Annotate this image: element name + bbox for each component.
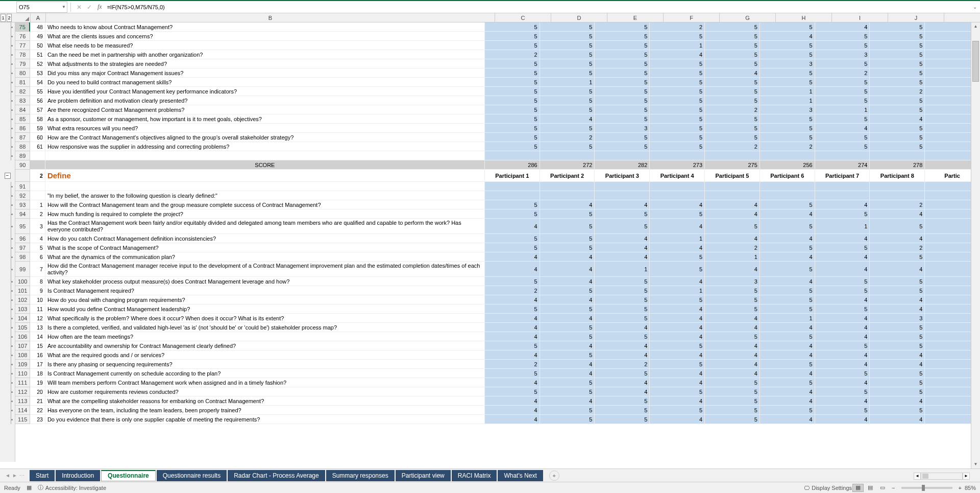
hscroll-left-icon[interactable]: ◄ [914, 473, 921, 480]
cell[interactable]: 5 [595, 114, 650, 124]
cell[interactable]: 5 [485, 96, 540, 105]
cell[interactable]: 5 [540, 350, 595, 360]
cell[interactable]: 61 [30, 142, 45, 151]
cell[interactable]: 5 [595, 314, 650, 323]
cell[interactable]: 5 [595, 369, 650, 378]
cell[interactable]: 4 [705, 360, 760, 369]
cell[interactable]: 5 [650, 68, 705, 78]
cell[interactable]: 3 [595, 124, 650, 133]
cell[interactable] [30, 151, 45, 160]
cell[interactable]: 5 [595, 59, 650, 68]
cell[interactable]: 5 [540, 234, 595, 243]
cell[interactable]: How do you catch Contract Management def… [45, 234, 485, 243]
cell[interactable]: 17 [30, 360, 45, 369]
cell[interactable]: 5 [650, 341, 705, 350]
cell[interactable]: 5 [540, 87, 595, 96]
cell[interactable]: 2 [870, 200, 925, 209]
cell[interactable]: 4 [540, 314, 595, 323]
cell[interactable]: 51 [30, 50, 45, 59]
cell[interactable]: 5 [485, 41, 540, 50]
cell[interactable]: 5 [485, 32, 540, 41]
scroll-track[interactable] [971, 31, 980, 460]
participant-header[interactable]: Participant 3 [595, 170, 650, 182]
cell[interactable]: 5 [760, 22, 815, 32]
cell[interactable]: 59 [30, 124, 45, 133]
row-header[interactable]: 95 [15, 219, 30, 234]
cell[interactable]: 1 [540, 78, 595, 87]
cell[interactable]: 4 [540, 114, 595, 124]
cell[interactable]: 5 [540, 387, 595, 396]
cell[interactable]: How will the Contract Management team an… [45, 200, 485, 209]
row-header[interactable]: 81 [15, 78, 30, 87]
cell[interactable]: 5 [705, 114, 760, 124]
cell[interactable]: 5 [705, 87, 760, 96]
cell[interactable]: 4 [870, 262, 925, 277]
column-header-F[interactable]: F [664, 13, 720, 22]
column-header-C[interactable]: C [495, 13, 551, 22]
cell[interactable]: 6 [30, 252, 45, 262]
cell[interactable]: 2 [30, 209, 45, 219]
tab-nav-more-icon[interactable]: ⋯ [18, 473, 26, 478]
cell[interactable]: 4 [650, 369, 705, 378]
cell[interactable]: 4 [540, 252, 595, 262]
cell[interactable]: 5 [815, 277, 870, 286]
cell[interactable]: 5 [540, 406, 595, 415]
cell[interactable]: 5 [760, 124, 815, 133]
cell[interactable]: 4 [815, 378, 870, 387]
cell[interactable]: 2 [30, 170, 45, 182]
cell[interactable]: 5 [485, 22, 540, 32]
cell[interactable]: 4 [705, 369, 760, 378]
zoom-slider[interactable] [901, 487, 952, 489]
cell[interactable]: 4 [650, 396, 705, 406]
row-header[interactable]: 83 [15, 96, 30, 105]
cell[interactable]: Can the need be met in partnership with … [45, 50, 485, 59]
cell[interactable]: 4 [705, 314, 760, 323]
row-header[interactable]: 75 [15, 22, 30, 32]
cell[interactable]: 278 [870, 160, 925, 170]
cell[interactable]: 4 [760, 350, 815, 360]
cell[interactable]: 5 [540, 50, 595, 59]
row-header[interactable]: 103 [15, 304, 30, 314]
cell[interactable]: 5 [30, 243, 45, 252]
cell[interactable]: What adjustments to the strategies are n… [45, 59, 485, 68]
cell[interactable]: 5 [705, 332, 760, 341]
cell[interactable]: 1 [650, 234, 705, 243]
cell[interactable]: 5 [595, 209, 650, 219]
cell[interactable]: 5 [705, 32, 760, 41]
cell[interactable]: 4 [760, 277, 815, 286]
cell[interactable]: 272 [540, 160, 595, 170]
cell[interactable]: 4 [870, 234, 925, 243]
cell[interactable]: 5 [760, 243, 815, 252]
cell[interactable]: 4 [870, 114, 925, 124]
cell[interactable]: "In my belief, the answer to the followi… [45, 191, 485, 200]
cell[interactable]: 4 [540, 262, 595, 277]
cell[interactable]: 4 [705, 350, 760, 360]
column-header-D[interactable]: D [551, 13, 607, 22]
cell[interactable]: 5 [705, 286, 760, 295]
cell[interactable] [815, 191, 870, 200]
outline-level-2[interactable]: 2 [7, 14, 12, 22]
cell[interactable]: 286 [485, 160, 540, 170]
cell[interactable]: 4 [485, 406, 540, 415]
participant-header[interactable]: Participant 6 [760, 170, 815, 182]
cell[interactable] [760, 191, 815, 200]
sheet-tab-questionnaire[interactable]: Questionnaire [101, 470, 156, 481]
cell[interactable]: 5 [760, 133, 815, 142]
cell[interactable]: 5 [870, 105, 925, 114]
cell[interactable]: 275 [705, 160, 760, 170]
cell[interactable]: 13 [30, 323, 45, 332]
cell[interactable]: 5 [485, 114, 540, 124]
cell[interactable]: 3 [760, 105, 815, 114]
cell[interactable]: 5 [705, 96, 760, 105]
row-header[interactable]: 107 [15, 341, 30, 350]
row-header[interactable]: 102 [15, 295, 30, 304]
cell[interactable]: 5 [815, 209, 870, 219]
row-header[interactable]: 91 [15, 182, 30, 191]
cell[interactable]: 2 [485, 286, 540, 295]
cell[interactable]: 50 [30, 41, 45, 50]
cell[interactable]: 5 [705, 41, 760, 50]
hscroll-track[interactable] [921, 473, 963, 480]
cell[interactable]: 4 [650, 378, 705, 387]
cell[interactable]: 2 [705, 142, 760, 151]
cell[interactable]: Has everyone on the team, including the … [45, 406, 485, 415]
